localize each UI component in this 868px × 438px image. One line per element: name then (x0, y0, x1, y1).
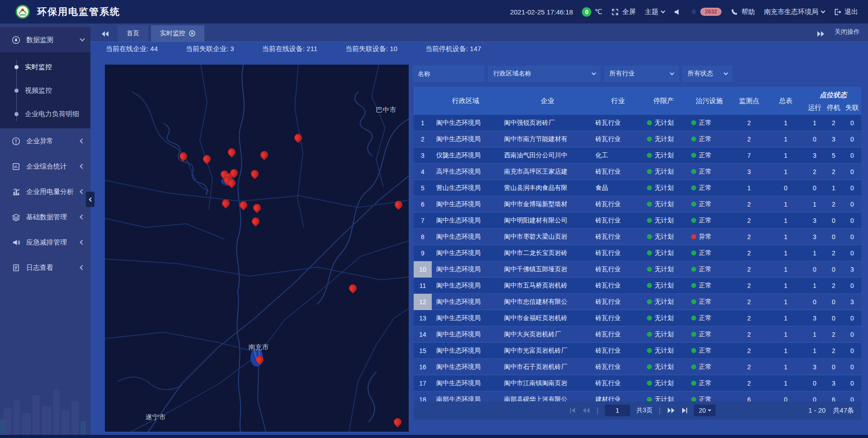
skyline-decoration (0, 376, 90, 435)
sidebar-item-0[interactable]: 数据监测 (0, 27, 90, 52)
chevron-down-icon (80, 36, 85, 41)
cell-company: 营山县润丰肉食品有限 (500, 184, 595, 192)
theme-dropdown[interactable]: 主题 (645, 8, 665, 16)
sidebar-item-1[interactable]: 企业异常 (0, 128, 90, 154)
status-dot-green (647, 120, 652, 125)
enterprise-table: 行政区域 企业 行业 停限产 治污设施 监测点 总表 点位状态 运行 停机 失联… (414, 87, 861, 401)
cell-offline: 0 (843, 233, 861, 240)
table-row-4[interactable]: 4高坪生态环境局南充市高坪区王家店建砖瓦行业无计划正常31220 (414, 164, 861, 180)
cell-production: 无计划 (641, 135, 687, 143)
table-row-3[interactable]: 3仪陇生态环境局西南油气田分公司川中化工无计划正常71350 (414, 147, 861, 164)
cell-industry: 砖瓦行业 (595, 314, 641, 322)
cell-production: 无计划 (641, 233, 687, 241)
sidebar: 数据监测实时监控视频监控企业电力负荷明细企业异常企业综合统计企业用电量分析基础数… (0, 24, 90, 435)
org-dropdown[interactable]: 南充市生态环境局 (764, 8, 825, 16)
cell-points: 2 (732, 315, 766, 322)
page-size-select[interactable]: 20 (694, 405, 716, 416)
table-row-16[interactable]: 16阆中生态环境局阆中市石子页岩机砖厂砖瓦行业无计划正常21300 (414, 359, 861, 375)
fullscreen-button[interactable]: 全屏 (611, 8, 636, 16)
name-filter-input[interactable] (412, 66, 485, 82)
cell-production: 无计划 (641, 314, 687, 322)
table-row-17[interactable]: 17阆中生态环境局阆中市江南镇阆南页岩砖瓦行业无计划正常21030 (414, 375, 861, 391)
prev-page-button[interactable] (582, 407, 590, 414)
table-row-13[interactable]: 13阆中生态环境局阆中市金福旺页岩机砖砖瓦行业无计划正常21300 (414, 310, 861, 326)
tab-1[interactable]: 实时监控 (151, 25, 204, 42)
cell-company: 阆中市五马桥页岩机砖 (500, 282, 595, 290)
logout-button[interactable]: 退出 (834, 8, 858, 16)
sidebar-subitem-0-0[interactable]: 实时监控 (0, 55, 90, 79)
cell-offline: 0 (843, 396, 861, 401)
stat-item-2: 当前在线设备: 211 (262, 45, 317, 53)
industry-filter-select[interactable]: 所有行业 (604, 66, 679, 82)
status-dot-green (647, 299, 652, 304)
cell-points: 2 (732, 136, 766, 143)
col-stop: 停机 (824, 104, 843, 112)
cell-district: 阆中生态环境局 (432, 119, 500, 127)
status-dot-green (691, 218, 696, 223)
chevron-left-icon (80, 240, 85, 245)
map-canvas[interactable]: 巴中市南充市遂宁市 (105, 65, 409, 432)
cell-industry: 砖瓦行业 (595, 135, 641, 143)
table-row-8[interactable]: 8阆中生态环境局阆中市枣碧大梁山页岩砖瓦行业无计划异常21300 (414, 229, 861, 245)
chevron-left-icon (80, 138, 85, 143)
table-row-18[interactable]: 18南部生态环境局南部县砚华上河有限公建材行业无计划正常60060 (414, 391, 861, 401)
notifications[interactable]: 2632 (690, 8, 722, 16)
sidebar-item-2[interactable]: 企业综合统计 (0, 154, 90, 179)
table-row-7[interactable]: 7阆中生态环境局阆中明阳建材有限公司砖瓦行业无计划正常21300 (414, 212, 861, 229)
cell-company: 阆中市忠信建材有限公 (500, 298, 595, 306)
table-row-12[interactable]: 12阆中生态环境局阆中市忠信建材有限公砖瓦行业无计划正常21003 (414, 294, 861, 310)
table-row-2[interactable]: 2阆中生态环境局阆中市南方节能建材有砖瓦行业无计划正常21030 (414, 131, 861, 147)
cell-facility: 正常 (687, 168, 732, 176)
table-row-11[interactable]: 11阆中生态环境局阆中市五马桥页岩机砖砖瓦行业无计划正常21120 (414, 278, 861, 294)
chevron-down-icon (821, 9, 826, 13)
row-number: 5 (414, 180, 432, 196)
cell-company: 阆中大兴页岩机砖厂 (500, 330, 595, 339)
page-number-input[interactable] (605, 405, 630, 416)
table-row-10[interactable]: 10阆中生态环境局阆中千佛镇五郎垭页岩砖瓦行业无计划正常21003 (414, 261, 861, 278)
bullet-icon (14, 89, 19, 93)
cell-points: 3 (732, 168, 766, 175)
table-row-1[interactable]: 1阆中生态环境局阆中强锐页岩砖厂砖瓦行业无计划正常21120 (414, 115, 861, 131)
sidebar-collapse-button[interactable] (86, 192, 94, 207)
cell-district: 高坪生态环境局 (432, 168, 500, 176)
last-page-button[interactable] (681, 407, 688, 414)
sidebar-subitem-0-2[interactable]: 企业电力负荷明细 (0, 102, 90, 126)
next-page-icon (667, 407, 675, 414)
cell-meters: 1 (766, 233, 805, 240)
chevron-down-icon (592, 71, 596, 75)
table-row-15[interactable]: 15阆中生态环境局阆中市光富页岩机砖厂砖瓦行业无计划正常21120 (414, 343, 861, 359)
stat-item-0: 当前在线企业: 44 (106, 45, 158, 53)
table-row-14[interactable]: 14阆中生态环境局阆中大兴页岩机砖厂砖瓦行业无计划正常21120 (414, 326, 861, 343)
status-dot-green (647, 185, 652, 190)
map-roads-layer (105, 65, 409, 432)
table-row-5[interactable]: 5营山生态环境局营山县润丰肉食品有限食品无计划正常10010 (414, 180, 861, 196)
first-page-button[interactable] (570, 407, 576, 414)
sidebar-item-5[interactable]: 应急减排管理 (0, 230, 90, 255)
mute-button[interactable] (674, 8, 681, 16)
tabs-scroll-left-button[interactable] (101, 31, 109, 37)
region-filter-select[interactable]: 行政区域名称 (488, 66, 601, 82)
tab-0[interactable]: 首页 (118, 25, 148, 42)
cell-district: 阆中生态环境局 (432, 314, 500, 322)
tab-close-icon[interactable] (189, 30, 195, 37)
sidebar-item-4[interactable]: 基础数据管理 (0, 204, 90, 230)
close-operations-button[interactable]: 关闭操作 (835, 28, 860, 36)
sidebar-subitem-0-1[interactable]: 视频监控 (0, 79, 90, 102)
help-button[interactable]: 帮助 (731, 8, 755, 16)
status-filter-select[interactable]: 所有状态 (682, 66, 733, 82)
bell-icon (690, 9, 697, 15)
chevron-left-icon (80, 189, 85, 194)
chevron-left-icon (80, 214, 85, 219)
status-dot-green (691, 153, 696, 158)
sidebar-item-6[interactable]: 日志查看 (0, 255, 90, 280)
layers-icon (12, 213, 20, 221)
phone-icon (731, 8, 738, 16)
next-page-button[interactable] (667, 407, 675, 414)
table-row-6[interactable]: 6阆中生态环境局阆中市金博瑞新型墙材砖瓦行业无计划正常21120 (414, 196, 861, 212)
tabs-scroll-right-button[interactable] (816, 31, 825, 37)
cell-production: 无计划 (641, 396, 687, 401)
sidebar-item-3[interactable]: 企业用电量分析 (0, 179, 90, 204)
col-industry: 行业 (595, 97, 641, 105)
status-dot-green (691, 185, 696, 190)
table-row-9[interactable]: 9阆中生态环境局阆中市二龙长宝页岩砖砖瓦行业无计划正常21120 (414, 245, 861, 261)
